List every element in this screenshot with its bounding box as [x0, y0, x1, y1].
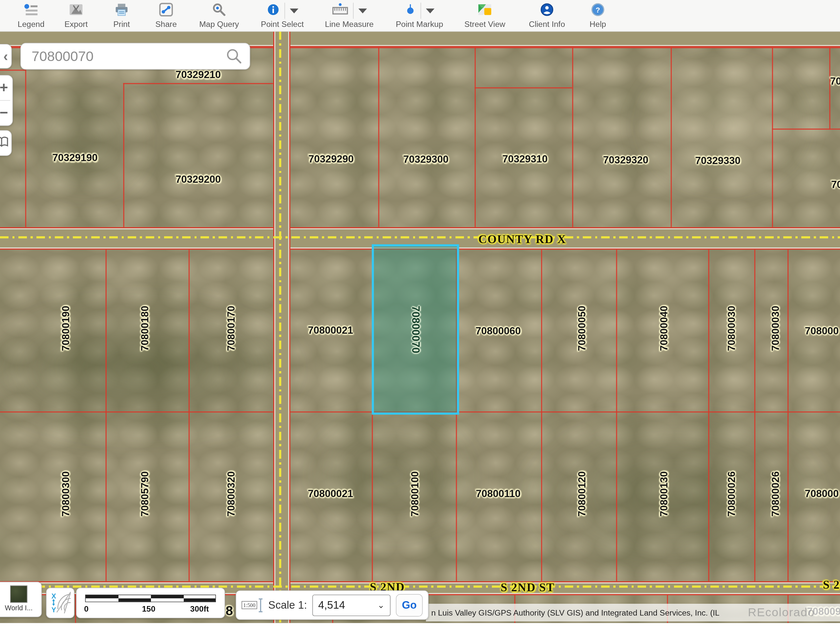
divider: [353, 3, 354, 19]
centerline-county-rd-x: [0, 236, 840, 238]
basemap-switcher[interactable]: World I...: [0, 582, 42, 617]
zoom-out-button[interactable]: −: [0, 100, 13, 125]
parcel-label: 70800120: [576, 471, 588, 516]
chevron-down-icon[interactable]: [358, 8, 366, 13]
zoom-in-button[interactable]: +: [0, 76, 13, 100]
road-label: S 2: [823, 578, 840, 592]
toolbar-help[interactable]: ? Help: [576, 0, 619, 31]
help-icon: ?: [591, 3, 605, 19]
parcel-label: 70800100: [409, 471, 421, 516]
selected-parcel[interactable]: 70800070: [372, 244, 459, 414]
search-box: [21, 43, 250, 70]
toolbar-map-query[interactable]: Map Query: [192, 0, 246, 31]
share-icon: [159, 3, 173, 19]
scale-tick: 300ft: [190, 605, 209, 614]
point-select-icon: [267, 3, 279, 18]
toolbar-line-measure[interactable]: Line Measure: [312, 0, 387, 31]
go-button[interactable]: Go: [396, 594, 423, 617]
toolbar-label: Point Markup: [382, 19, 457, 29]
svg-text:Y: Y: [51, 606, 56, 613]
toolbar-label: Print: [100, 19, 143, 29]
chevron-down-icon[interactable]: [426, 8, 434, 13]
street-view-icon: [477, 3, 493, 18]
parcel-label: 70805790: [139, 471, 151, 516]
parcel-label: 70329330: [695, 155, 741, 167]
chevron-left-icon: ‹: [3, 48, 8, 65]
toolbar-point-select[interactable]: Point Select: [245, 0, 320, 31]
attribution-text: n Luis Valley GIS/GPS Authority (SLV GIS…: [426, 608, 720, 617]
toolbar-client-info[interactable]: Client Info: [520, 0, 573, 31]
parcel-label: 70329200: [175, 174, 221, 185]
parcel-label: 70800021: [308, 488, 353, 500]
point-markup-icon: [404, 3, 415, 18]
centerline-vertical-road: [279, 31, 281, 623]
bottom-margin: [0, 623, 840, 630]
bookmarks-button[interactable]: [0, 130, 12, 156]
toolbar-label: Help: [576, 19, 619, 29]
parcel-label: 70329210: [175, 69, 221, 81]
chevron-down-icon[interactable]: [289, 8, 298, 13]
parcel-label: 70329290: [308, 153, 354, 165]
toolbar-legend[interactable]: Legend: [9, 0, 52, 31]
svg-text:X: X: [51, 592, 56, 600]
toolbar: Legend Export Print Share Map Query: [0, 0, 840, 32]
scale-bar: 0 150 300ft: [76, 588, 225, 618]
book-icon: [0, 136, 8, 150]
toolbar-label: Street View: [458, 19, 512, 29]
coordinate-grid-button[interactable]: X Y: [46, 588, 74, 618]
client-info-icon: [540, 3, 554, 19]
toolbar-share[interactable]: Share: [145, 0, 188, 31]
parcel-label: 70800190: [60, 306, 72, 351]
parcel-label: 70800110: [476, 488, 520, 500]
legend-icon: [24, 3, 39, 18]
basemap-thumbnail: [10, 585, 27, 602]
scale-input-panel: 1:500 Scale 1: 4,514 ⌄ Go: [235, 590, 428, 620]
zoom-control: + −: [0, 75, 13, 126]
scale-tick: 0: [84, 605, 88, 614]
export-icon: [69, 3, 83, 18]
parcel-label: 70: [831, 179, 840, 191]
toolbar-label: Map Query: [192, 19, 246, 29]
parcel-label: 70800170: [226, 306, 237, 351]
parcel-label: 70800300: [60, 471, 72, 516]
collapse-search-button[interactable]: ‹: [0, 44, 12, 69]
toolbar-label: Legend: [9, 19, 52, 29]
toolbar-point-markup[interactable]: Point Markup: [382, 0, 457, 31]
search-input[interactable]: [30, 47, 226, 65]
gis-viewer: 7032921070329190703292007032929070329300…: [0, 0, 840, 630]
scale-select[interactable]: 4,514 ⌄: [313, 594, 390, 616]
parcel-label: 70329310: [502, 153, 548, 165]
divider: [420, 3, 421, 19]
parcel-label: 8: [226, 603, 233, 619]
parcel-label: 70800030: [726, 306, 737, 351]
parcel-label: 70800130: [658, 471, 670, 516]
parcel-label: 70: [830, 76, 840, 87]
toolbar-print[interactable]: Print: [100, 0, 143, 31]
parcel-label: 70329320: [603, 154, 648, 166]
basemap-label: World I...: [0, 604, 41, 612]
parcel-label: 708000: [805, 488, 839, 500]
search-icon[interactable]: [226, 48, 242, 64]
line-measure-icon: [332, 3, 348, 19]
toolbar-label: Share: [145, 19, 188, 29]
toolbar-label: Client Info: [520, 19, 573, 29]
road-label: S 2ND ST: [501, 581, 555, 595]
parcel-label: 70329300: [403, 154, 448, 166]
parcel-label: 70800040: [658, 306, 670, 351]
parcel-label: 70800021: [308, 325, 353, 336]
parcel-label: 70800060: [475, 325, 521, 337]
watermark: REcolorado: [748, 605, 815, 619]
parcel-label: 70800026: [770, 471, 782, 516]
parcel-label: 70800180: [139, 306, 151, 351]
parcel-label: 70329190: [52, 152, 98, 164]
scale-ratio-icon: 1:500: [242, 597, 263, 613]
toolbar-export[interactable]: Export: [55, 0, 98, 31]
toolbar-street-view[interactable]: Street View: [458, 0, 512, 31]
scale-tick: 150: [142, 605, 156, 614]
road-vertical: [273, 31, 291, 623]
print-icon: [115, 3, 128, 18]
scale-label: Scale 1:: [268, 599, 307, 611]
parcel-label: 70800320: [226, 471, 237, 516]
map-query-icon: [212, 3, 226, 19]
selected-parcel-label: 70800070: [409, 305, 422, 353]
